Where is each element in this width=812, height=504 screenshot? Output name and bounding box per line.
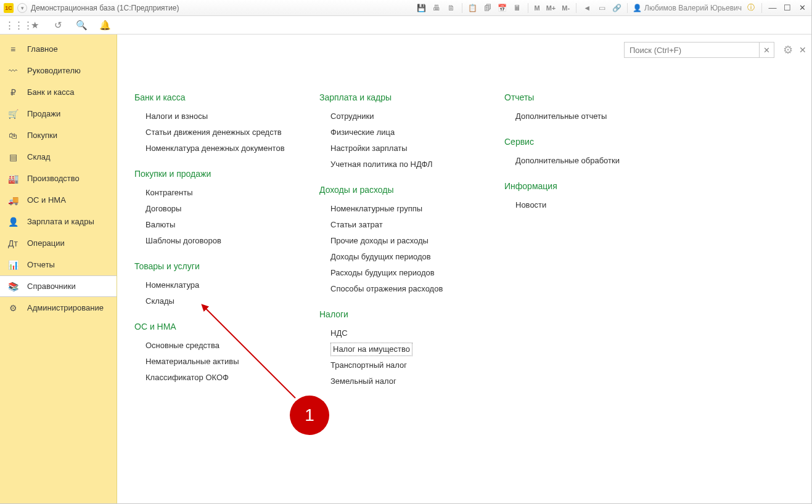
sidebar-item-warehouse[interactable]: ▤Склад (0, 146, 117, 168)
menu-item[interactable]: Номенклатура денежных документов (146, 140, 289, 156)
group: СервисДополнительные обработки (504, 137, 658, 169)
sidebar-item-label: Администрирование (27, 303, 104, 312)
calc-icon[interactable]: 🖩 (512, 2, 523, 14)
window-list-icon[interactable]: ▭ (596, 2, 607, 14)
sidebar-item-purchases[interactable]: 🛍Покупки (0, 124, 117, 146)
sidebar-item-label: Продажи (27, 109, 60, 118)
info-icon[interactable]: ⓘ (745, 2, 757, 14)
menu-item[interactable]: Настройки зарплаты (330, 140, 474, 156)
back-icon[interactable]: ◄ (581, 2, 593, 14)
print-preview-icon[interactable]: 🗎 (446, 2, 457, 14)
group: НалогиНДСНалог на имуществоТранспортный … (319, 309, 474, 389)
column-1: Зарплата и кадрыСотрудникиФизические лиц… (319, 92, 474, 402)
menu-item[interactable]: Сотрудники (330, 108, 474, 124)
menu-item[interactable]: Основные средства (146, 338, 289, 354)
menu-item[interactable]: Валюты (146, 217, 289, 233)
search-clear-button[interactable]: ✕ (760, 42, 774, 58)
menu-item[interactable]: НДС (330, 325, 474, 341)
menu-item[interactable]: Нематериальные активы (146, 354, 289, 370)
sidebar-item-main[interactable]: ≡Главное (0, 38, 117, 60)
menu-item[interactable]: Номенклатура (146, 277, 289, 293)
sidebar-item-label: Отчеты (27, 260, 55, 269)
search-wrap: ✕ (624, 42, 774, 58)
menu-item[interactable]: Классификатор ОКОФ (146, 370, 289, 386)
group: Банк и кассаНалоги и взносыСтатьи движен… (134, 92, 289, 156)
menu-item[interactable]: Шаблоны договоров (146, 233, 289, 249)
user-block[interactable]: 👤 Любимов Валерий Юрьевич (633, 4, 742, 12)
group-head[interactable]: Товары и услуги (134, 261, 289, 271)
sidebar-item-assets[interactable]: 🚚ОС и НМА (0, 189, 117, 211)
group-head[interactable]: Налоги (319, 309, 474, 319)
copy-icon[interactable]: 🗐 (482, 2, 493, 14)
menu-item[interactable]: Налоги и взносы (146, 108, 289, 124)
sidebar-item-manager[interactable]: 〰Руководителю (0, 60, 117, 81)
sidebar-item-directories[interactable]: 📚Справочники (0, 275, 117, 297)
group-head[interactable]: Отчеты (504, 92, 658, 102)
sidebar-item-admin[interactable]: ⚙Администрирование (0, 297, 117, 319)
menu-item[interactable]: Статьи движения денежных средств (146, 124, 289, 140)
search-icon[interactable]: 🔍 (75, 20, 88, 31)
purchases-icon: 🛍 (7, 131, 18, 140)
gear-icon[interactable]: ⚙ (783, 43, 793, 57)
menu-item[interactable]: Прочие доходы и расходы (330, 233, 474, 249)
menu-item[interactable]: Контрагенты (146, 185, 289, 201)
top-nav-strip: ⋮⋮⋮ ★ ↺ 🔍 🔔 (0, 16, 811, 35)
menu-item[interactable]: Земельный налог (330, 373, 474, 389)
print-icon[interactable]: 🖶 (431, 2, 442, 14)
menu-item[interactable]: Доходы будущих периодов (330, 249, 474, 265)
sidebar-item-operations[interactable]: ДтОперации (0, 232, 117, 254)
minimize-button[interactable]: — (767, 3, 778, 12)
menu-item[interactable]: Дополнительные обработки (515, 153, 658, 169)
apps-icon[interactable]: ⋮⋮⋮ (5, 20, 17, 31)
main-icon: ≡ (7, 44, 18, 54)
menu-item[interactable]: Налог на имущество (330, 343, 412, 356)
assets-icon: 🚚 (7, 195, 18, 205)
production-icon: 🏭 (7, 174, 18, 184)
menu-item[interactable]: Склады (146, 293, 289, 309)
close-button[interactable]: ✕ (797, 3, 808, 12)
reports-icon: 📊 (7, 260, 18, 270)
menu-item[interactable]: Статьи затрат (330, 217, 474, 233)
group-head[interactable]: Доходы и расходы (319, 185, 474, 195)
sidebar-item-sales[interactable]: 🛒Продажи (0, 103, 117, 124)
save-icon[interactable]: 💾 (416, 2, 427, 14)
group-head[interactable]: Информация (504, 181, 658, 191)
menu-item[interactable]: Номенклатурные группы (330, 201, 474, 217)
group: ИнформацияНовости (504, 181, 658, 213)
bell-icon[interactable]: 🔔 (99, 20, 111, 31)
group-head[interactable]: Банк и касса (134, 92, 289, 102)
group-head[interactable]: Зарплата и кадры (319, 92, 474, 102)
panel-close-icon[interactable]: ✕ (799, 45, 806, 55)
menu-item[interactable]: Физические лица (330, 124, 474, 140)
sidebar-item-hr[interactable]: 👤Зарплата и кадры (0, 211, 117, 232)
menu-item[interactable]: Расходы будущих периодов (330, 265, 474, 281)
sidebar-item-production[interactable]: 🏭Производство (0, 168, 117, 189)
sidebar: ≡Главное〰Руководителю₽Банк и касса🛒Прода… (0, 35, 117, 504)
star-icon[interactable]: ★ (28, 20, 41, 31)
group-head[interactable]: Сервис (504, 137, 658, 147)
group-head[interactable]: ОС и НМА (134, 322, 289, 331)
sidebar-item-label: Банк и касса (27, 87, 75, 97)
calendar-icon[interactable]: 📅 (497, 2, 508, 14)
menu-item[interactable]: Транспортный налог (330, 357, 474, 373)
window-title: Демонстрационная база (1С:Предприятие) (31, 4, 179, 12)
link-icon[interactable]: 🔗 (611, 2, 622, 14)
dropdown-icon[interactable]: ▾ (17, 3, 27, 13)
m-button[interactable]: М (533, 4, 541, 12)
sidebar-item-bank[interactable]: ₽Банк и касса (0, 81, 117, 103)
column-2: ОтчетыДополнительные отчетыСервисДополни… (504, 92, 658, 402)
menu-item[interactable]: Способы отражения расходов (330, 281, 474, 297)
menu-item[interactable]: Договоры (146, 201, 289, 217)
mminus-button[interactable]: М- (560, 4, 571, 12)
maximize-button[interactable]: ☐ (782, 3, 793, 12)
menu-item[interactable]: Новости (515, 197, 658, 213)
menu-item[interactable]: Учетная политика по НДФЛ (330, 156, 474, 173)
hr-icon: 👤 (7, 217, 18, 227)
clipboard-icon[interactable]: 📋 (467, 2, 478, 14)
group-head[interactable]: Покупки и продажи (134, 169, 289, 179)
search-input[interactable] (624, 42, 760, 58)
menu-item[interactable]: Дополнительные отчеты (515, 108, 658, 124)
history-icon[interactable]: ↺ (52, 20, 64, 31)
mplus-button[interactable]: М+ (545, 4, 557, 12)
sidebar-item-reports[interactable]: 📊Отчеты (0, 254, 117, 275)
